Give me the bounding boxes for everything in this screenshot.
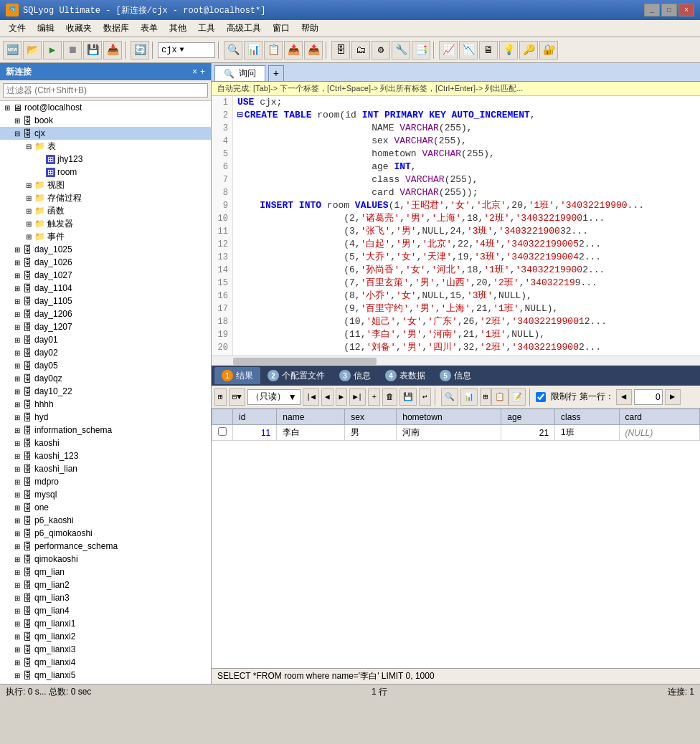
tree-expand-cjx[interactable]: ⊟ bbox=[11, 128, 23, 139]
tree-expand-qimokaoshi[interactable]: ⊞ bbox=[11, 553, 23, 565]
discard-btn[interactable]: ↩ bbox=[419, 388, 431, 406]
tree-item-day05[interactable]: ⊞🗄day05 bbox=[0, 359, 211, 372]
tree-expand-performance_schema[interactable]: ⊞ bbox=[11, 540, 23, 552]
row-sex-1[interactable]: 男 bbox=[345, 425, 397, 441]
tree-item-hhhh[interactable]: ⊞🗄hhhh bbox=[0, 398, 211, 411]
filter-input[interactable] bbox=[3, 83, 208, 97]
row-hometown-1[interactable]: 河南 bbox=[397, 425, 501, 441]
tree-item-procs-folder[interactable]: ⊞ 📁 存储过程 bbox=[0, 191, 211, 204]
extra-btn-1[interactable]: 📈 bbox=[439, 41, 458, 59]
menu-edit[interactable]: 编辑 bbox=[32, 21, 60, 36]
tree-item-root[interactable]: ⊞ 🖥 root@localhost bbox=[0, 101, 211, 114]
menu-window[interactable]: 窗口 bbox=[267, 21, 295, 36]
col-sex[interactable]: sex bbox=[345, 409, 397, 425]
tree-item-qm_lian2[interactable]: ⊞🗄qm_lian2 bbox=[0, 578, 211, 591]
tree-expand-p6_qimokaoshi[interactable]: ⊞ bbox=[11, 528, 23, 539]
next-row-btn[interactable]: ▶ bbox=[336, 388, 348, 406]
schema-btn-2[interactable]: 🗂 bbox=[351, 41, 370, 59]
schema-btn-1[interactable]: 🗄 bbox=[331, 41, 350, 59]
tree-item-kaoshi_123[interactable]: ⊞🗄kaoshi_123 bbox=[0, 449, 211, 462]
tree-expand-hyd[interactable]: ⊞ bbox=[11, 411, 23, 423]
tree-expand-day_1026[interactable]: ⊞ bbox=[11, 257, 23, 268]
tree-item-qm_lian4[interactable]: ⊞🗄qm_lian4 bbox=[0, 604, 211, 617]
result-tab-4[interactable]: 4 表数据 bbox=[378, 367, 432, 384]
tree-item-kaoshi_lian[interactable]: ⊞🗄kaoshi_lian bbox=[0, 462, 211, 475]
limit-input[interactable] bbox=[634, 389, 663, 405]
tree-item-day10_22[interactable]: ⊞🗄day10_22 bbox=[0, 385, 211, 398]
col-hometown[interactable]: hometown bbox=[397, 409, 501, 425]
tree-expand-day_1207[interactable]: ⊞ bbox=[11, 321, 23, 333]
tree-item-qm_lian3[interactable]: ⊞🗄qm_lian3 bbox=[0, 591, 211, 604]
result-tab-5[interactable]: 5 信息 bbox=[432, 367, 478, 384]
extra-btn-5[interactable]: 🔑 bbox=[519, 41, 538, 59]
tree-expand-qm_lianxi1[interactable]: ⊞ bbox=[11, 618, 23, 629]
tree-expand-tables[interactable]: ⊟ bbox=[23, 140, 34, 152]
query-btn-5[interactable]: 📤 bbox=[304, 41, 323, 59]
tree-item-triggers-folder[interactable]: ⊞ 📁 触发器 bbox=[0, 217, 211, 230]
menu-file[interactable]: 文件 bbox=[3, 21, 32, 36]
tree-expand-qm_lian4[interactable]: ⊞ bbox=[11, 605, 23, 616]
tree-item-views-folder[interactable]: ⊞ 📁 视图 bbox=[0, 178, 211, 191]
tree-expand-views[interactable]: ⊞ bbox=[23, 179, 34, 191]
col-id[interactable]: id bbox=[233, 409, 277, 425]
tree-expand-qm_lianxi5[interactable]: ⊞ bbox=[11, 669, 23, 681]
left-panel-add-btn[interactable]: + bbox=[200, 67, 205, 77]
tree-expand-qm_lianxi2[interactable]: ⊞ bbox=[11, 631, 23, 642]
tree-expand-day10_22[interactable]: ⊞ bbox=[11, 386, 23, 397]
tree-expand-mysql[interactable]: ⊞ bbox=[11, 489, 23, 500]
menu-advanced-tools[interactable]: 高级工具 bbox=[221, 21, 267, 36]
tree-item-day_1025[interactable]: ⊞🗄day_1025 bbox=[0, 243, 211, 256]
row-checkbox-1[interactable] bbox=[212, 425, 233, 441]
save-button[interactable]: 💾 bbox=[83, 41, 102, 59]
stop-button[interactable]: ⏹ bbox=[63, 41, 82, 59]
tree-expand-triggers[interactable]: ⊞ bbox=[23, 218, 34, 229]
tree-item-day_1027[interactable]: ⊞🗄day_1027 bbox=[0, 269, 211, 282]
tree-expand-qm_lian[interactable]: ⊞ bbox=[11, 566, 23, 578]
menu-favorites[interactable]: 收藏夹 bbox=[60, 21, 98, 36]
tree-item-performance_schema[interactable]: ⊞🗄performance_schema bbox=[0, 540, 211, 553]
tree-item-qm_lianxi4[interactable]: ⊞🗄qm_lianxi4 bbox=[0, 656, 211, 669]
limit-prev-btn[interactable]: ◀ bbox=[616, 389, 632, 405]
new-connection-button[interactable]: 🆕 bbox=[3, 41, 22, 59]
add-tab-button[interactable]: + bbox=[268, 65, 284, 81]
tree-item-qm_lianxi5[interactable]: ⊞🗄qm_lianxi5 bbox=[0, 669, 211, 682]
tree-item-qimokaoshi[interactable]: ⊞🗄qimokaoshi bbox=[0, 553, 211, 566]
tab-query[interactable]: 🔍 询问 bbox=[214, 65, 265, 81]
tree-item-book[interactable]: ⊞ 🗄 book bbox=[0, 114, 211, 127]
menu-help[interactable]: 帮助 bbox=[295, 21, 324, 36]
export-csv-btn[interactable]: 📊 bbox=[460, 388, 478, 406]
tree-expand-qm_lian3[interactable]: ⊞ bbox=[11, 592, 23, 604]
menu-table[interactable]: 表单 bbox=[135, 21, 164, 36]
menu-other[interactable]: 其他 bbox=[164, 21, 192, 36]
text-view-btn[interactable]: 📝 bbox=[509, 388, 526, 406]
tree-expand-information_schema[interactable]: ⊞ bbox=[11, 424, 23, 436]
result-tab-3[interactable]: 3 信息 bbox=[332, 367, 378, 384]
tree-item-information_schema[interactable]: ⊞🗄information_schema bbox=[0, 424, 211, 437]
maximize-button[interactable]: □ bbox=[661, 4, 677, 16]
filter-result-btn[interactable]: 🔍 bbox=[441, 388, 458, 406]
row-check-1[interactable] bbox=[218, 427, 227, 436]
query-btn-2[interactable]: 📊 bbox=[244, 41, 262, 59]
result-view-btn[interactable]: ⊟▼ bbox=[229, 388, 245, 406]
tree-item-hyd[interactable]: ⊞🗄hyd bbox=[0, 411, 211, 424]
tree-expand-day02[interactable]: ⊞ bbox=[11, 347, 23, 358]
tree-expand-events[interactable]: ⊞ bbox=[23, 231, 34, 242]
query-btn-4[interactable]: 📤 bbox=[284, 41, 303, 59]
tree-item-jhy123[interactable]: ⊞ jhy123 bbox=[0, 153, 211, 166]
prev-row-btn[interactable]: ◀ bbox=[321, 388, 334, 406]
tree-expand-one[interactable]: ⊞ bbox=[11, 502, 23, 513]
result-grid-btn[interactable]: ⊞ bbox=[214, 388, 227, 406]
save-row-btn[interactable]: 💾 bbox=[399, 388, 417, 406]
row-id-1[interactable]: 11 bbox=[233, 425, 277, 441]
grid-view-btn[interactable]: ⊞ bbox=[480, 388, 492, 406]
query-btn-1[interactable]: 🔍 bbox=[224, 41, 242, 59]
result-tab-1[interactable]: 1 结果 bbox=[214, 367, 260, 384]
left-panel-close-btn[interactable]: × bbox=[192, 67, 197, 77]
readonly-dropdown[interactable]: （只读） ▼ bbox=[247, 389, 301, 405]
tree-item-mysql[interactable]: ⊞🗄mysql bbox=[0, 488, 211, 501]
tree-expand-day_1206[interactable]: ⊞ bbox=[11, 308, 23, 320]
expand-btn-2[interactable]: ⊟ bbox=[237, 110, 243, 120]
tree-expand-kaoshi[interactable]: ⊞ bbox=[11, 437, 23, 449]
extra-btn-3[interactable]: 🖥 bbox=[479, 41, 498, 59]
tree-item-qm_lianxi3[interactable]: ⊞🗄qm_lianxi3 bbox=[0, 643, 211, 656]
